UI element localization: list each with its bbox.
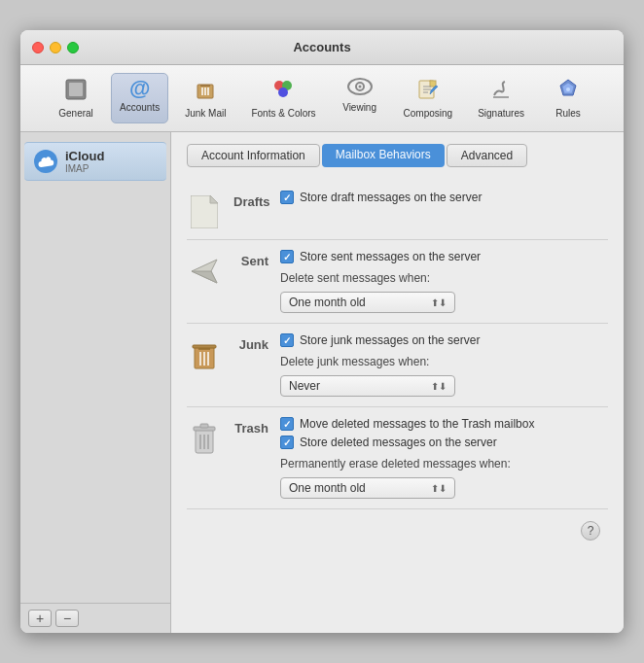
svg-point-22 (566, 87, 570, 91)
sent-store-label: Store sent messages on the server (300, 250, 481, 263)
svg-rect-1 (69, 83, 83, 96)
rules-label: Rules (555, 108, 581, 119)
trash-erase-option: One month old (289, 481, 366, 495)
sent-dropdown-row: One month old ⬆⬇ (280, 292, 608, 313)
junk-label: Junk (233, 337, 268, 353)
composing-label: Composing (404, 108, 453, 119)
icloud-account-icon (34, 150, 57, 173)
general-label: General (58, 108, 93, 119)
toolbar-item-accounts[interactable]: @ Accounts (111, 73, 168, 123)
accounts-icon: @ (129, 78, 150, 99)
toolbar-item-junk-mail[interactable]: Junk Mail (176, 73, 234, 123)
junk-dropdown-row: Never ⬆⬇ (280, 375, 608, 397)
trash-section: Trash Move deleted messages to the Trash… (187, 407, 608, 509)
toolbar-item-fonts-colors[interactable]: Fonts & Colors (242, 73, 324, 123)
svg-rect-3 (200, 85, 210, 87)
sent-delete-dropdown[interactable]: One month old ⬆⬇ (280, 292, 455, 313)
trash-dropdown-arrow: ⬆⬇ (431, 483, 447, 494)
sent-section: Sent Store sent messages on the server D… (187, 240, 608, 324)
titlebar: Accounts (20, 30, 624, 65)
trash-store-checkbox[interactable] (280, 436, 294, 449)
drafts-icon (187, 194, 222, 229)
main-panel: Account Information Mailbox Behaviors Ad… (171, 132, 624, 633)
toolbar: General @ Accounts Junk Mail (20, 65, 624, 132)
add-account-button[interactable]: + (28, 610, 52, 627)
signatures-icon (489, 78, 513, 105)
junk-mail-label: Junk Mail (185, 108, 226, 119)
svg-point-9 (278, 87, 288, 97)
fonts-colors-label: Fonts & Colors (251, 108, 315, 119)
minimize-button[interactable] (50, 42, 61, 53)
toolbar-item-rules[interactable]: Rules (541, 73, 595, 123)
account-name: iCloud (65, 149, 104, 163)
window-title: Accounts (293, 40, 350, 54)
traffic-lights (32, 42, 79, 53)
fullscreen-button[interactable] (67, 42, 79, 53)
remove-account-button[interactable]: − (55, 610, 79, 627)
fonts-colors-icon (271, 78, 295, 105)
trash-store-row: Store deleted messages on the server (280, 436, 608, 449)
junk-store-checkbox[interactable] (280, 333, 294, 347)
tab-bar: Account Information Mailbox Behaviors Ad… (187, 144, 608, 167)
trash-content: Move deleted messages to the Trash mailb… (280, 417, 608, 499)
junk-icon (187, 337, 222, 372)
toolbar-item-composing[interactable]: Composing (395, 73, 462, 123)
svg-rect-15 (430, 81, 436, 87)
junk-content: Store junk messages on the server Delete… (280, 333, 608, 397)
tab-mailbox-behaviors[interactable]: Mailbox Behaviors (322, 144, 445, 167)
drafts-label: Drafts (233, 194, 268, 210)
main-content: iCloud IMAP + − Account Information Mail… (20, 132, 624, 633)
account-type: IMAP (65, 163, 104, 174)
tab-advanced[interactable]: Advanced (447, 144, 527, 167)
sent-store-row: Store sent messages on the server (280, 250, 608, 263)
junk-mail-icon (194, 78, 217, 105)
svg-rect-29 (193, 345, 216, 348)
drafts-section: Drafts Store draft messages on the serve… (187, 181, 608, 240)
svg-marker-24 (210, 195, 218, 203)
help-button[interactable]: ? (581, 521, 600, 541)
general-icon (64, 78, 88, 105)
viewing-icon (347, 78, 373, 99)
trash-move-row: Move deleted messages to the Trash mailb… (280, 417, 608, 431)
toolbar-item-general[interactable]: General (49, 73, 103, 123)
trash-erase-label: Permanently erase deleted messages when: (280, 457, 608, 471)
junk-dropdown-arrow: ⬆⬇ (431, 381, 447, 392)
svg-point-12 (358, 86, 361, 88)
sidebar-account-icloud[interactable]: iCloud IMAP (24, 142, 166, 181)
trash-dropdown-row: One month old ⬆⬇ (280, 477, 608, 499)
sent-content: Store sent messages on the server Delete… (280, 250, 608, 313)
sent-icon (187, 254, 222, 289)
drafts-store-label: Store draft messages on the server (300, 191, 482, 204)
trash-label: Trash (233, 421, 268, 436)
sidebar: iCloud IMAP + − (20, 132, 171, 633)
trash-icon (187, 421, 222, 456)
sidebar-footer: + − (20, 603, 170, 633)
viewing-label: Viewing (342, 102, 376, 113)
junk-delete-dropdown[interactable]: Never ⬆⬇ (280, 375, 455, 397)
trash-erase-dropdown[interactable]: One month old ⬆⬇ (280, 477, 455, 499)
junk-delete-label: Delete junk messages when: (280, 355, 608, 368)
sent-delete-label: Delete sent messages when: (280, 271, 608, 285)
accounts-label: Accounts (120, 102, 160, 113)
signatures-label: Signatures (478, 108, 524, 119)
toolbar-item-viewing[interactable]: Viewing (333, 73, 387, 123)
trash-store-label: Store deleted messages on the server (300, 436, 497, 449)
sent-store-checkbox[interactable] (280, 250, 294, 263)
junk-store-label: Store junk messages on the server (300, 333, 480, 347)
tab-account-information[interactable]: Account Information (187, 144, 320, 167)
trash-move-checkbox[interactable] (280, 417, 294, 431)
drafts-store-row: Store draft messages on the server (280, 191, 608, 204)
rules-icon (556, 78, 580, 105)
toolbar-item-signatures[interactable]: Signatures (469, 73, 533, 123)
trash-move-label: Move deleted messages to the Trash mailb… (300, 417, 534, 431)
sent-dropdown-arrow: ⬆⬇ (431, 297, 447, 308)
help-bar: ? (187, 517, 608, 544)
drafts-content: Store draft messages on the server (280, 191, 608, 204)
drafts-store-checkbox[interactable] (280, 191, 294, 204)
svg-marker-26 (192, 271, 217, 283)
mail-preferences-window: Accounts General @ Accounts (20, 30, 624, 633)
junk-store-row: Store junk messages on the server (280, 333, 608, 347)
close-button[interactable] (32, 42, 44, 53)
svg-rect-35 (200, 424, 208, 428)
junk-section: Junk Store junk messages on the server D… (187, 324, 608, 407)
